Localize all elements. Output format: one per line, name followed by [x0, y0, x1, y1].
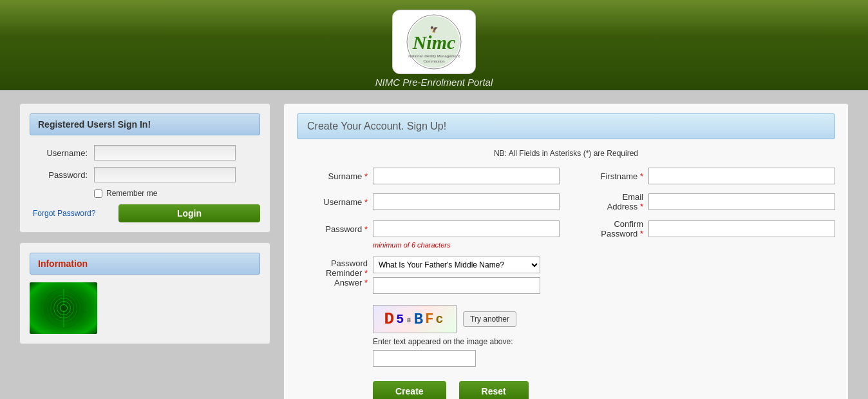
- surname-group: Surname *: [297, 168, 560, 184]
- confirm-password-input[interactable]: [648, 220, 835, 237]
- signin-header: Registered Users! Sign In!: [30, 113, 260, 135]
- captcha-char-5: 5: [396, 312, 406, 327]
- confirm-password-label: ConfirmPassword *: [572, 219, 643, 238]
- fingerprint-image: [30, 282, 97, 334]
- firstname-input[interactable]: [648, 168, 835, 184]
- buttons-row: Create Reset: [297, 381, 835, 399]
- signup-header: Create Your Account. Sign Up!: [297, 113, 835, 139]
- fingerprint-icon: [41, 286, 86, 331]
- remember-row: Remember me: [94, 189, 260, 198]
- header: 🦅 Nimc National Identity Management Comm…: [0, 0, 868, 90]
- username-row: Username:: [30, 145, 260, 161]
- signup-username-group: Username *: [297, 192, 560, 211]
- confirm-password-group: ConfirmPassword *: [572, 219, 835, 238]
- right-panel: Create Your Account. Sign Up! NB: All Fi…: [283, 103, 849, 399]
- svg-text:National Identity Management: National Identity Management: [408, 54, 460, 58]
- username-label: Username:: [30, 148, 88, 158]
- captcha-image: D 5 ₈ B F c: [373, 305, 457, 333]
- try-another-button[interactable]: Try another: [463, 311, 516, 327]
- captcha-char-d: D: [384, 309, 397, 329]
- create-button[interactable]: Create: [373, 381, 446, 399]
- email-input[interactable]: [648, 193, 835, 210]
- signup-username-input[interactable]: [373, 193, 560, 210]
- password-hint: minimum of 6 characters: [373, 241, 560, 249]
- reminder-answer-input[interactable]: [373, 277, 540, 294]
- captcha-char-b: B: [414, 311, 425, 328]
- captcha-input[interactable]: [373, 350, 476, 367]
- reminder-fields: What Is Your Father's Middle Name? What …: [373, 257, 540, 294]
- username-input[interactable]: [94, 145, 236, 161]
- firstname-group: Firstname *: [572, 168, 835, 184]
- reset-button[interactable]: Reset: [459, 381, 529, 399]
- firstname-label: Firstname *: [572, 171, 643, 181]
- reminder-label: PasswordReminder *Answer *: [297, 257, 368, 287]
- signin-title: Registered Users! Sign In!: [38, 119, 151, 130]
- signup-password-label: Password *: [297, 224, 368, 234]
- password-label: Password:: [30, 170, 88, 180]
- signup-form: Surname * Firstname * Username * EmailAd…: [297, 168, 835, 399]
- forgot-login-row: Forgot Password? Login: [30, 204, 260, 222]
- signup-password-group: Password *: [297, 219, 560, 238]
- info-header: Information: [30, 253, 260, 275]
- left-panel: Registered Users! Sign In! Username: Pas…: [19, 103, 270, 399]
- forgot-password-link[interactable]: Forgot Password?: [33, 209, 95, 218]
- email-label: EmailAddress *: [572, 192, 643, 211]
- logo-inner: 🦅 Nimc National Identity Management Comm…: [399, 14, 469, 70]
- portal-title: NIMC Pre-Enrolment Portal: [375, 77, 493, 88]
- logo-svg: 🦅 Nimc National Identity Management Comm…: [399, 14, 469, 70]
- required-note: NB: All Fields in Asterisks (*) are Requ…: [297, 149, 835, 158]
- email-group: EmailAddress *: [572, 192, 835, 211]
- reminder-group: PasswordReminder *Answer * What Is Your …: [297, 257, 835, 294]
- password-row: Password:: [30, 167, 260, 182]
- main-content: Registered Users! Sign In! Username: Pas…: [0, 90, 868, 399]
- signup-password-input[interactable]: [373, 220, 560, 237]
- signup-title: Create Your Account. Sign Up!: [307, 121, 446, 131]
- reminder-question-select[interactable]: What Is Your Father's Middle Name? What …: [373, 257, 540, 273]
- svg-text:Commission: Commission: [423, 59, 444, 63]
- captcha-label: Enter text appeared on the image above:: [373, 337, 835, 346]
- captcha-row: D 5 ₈ B F c Try another: [373, 305, 835, 333]
- captcha-char-8: ₈: [406, 313, 414, 326]
- captcha-char-f: F: [425, 311, 435, 327]
- info-box: Information: [19, 242, 270, 344]
- logo-box: 🦅 Nimc National Identity Management Comm…: [392, 10, 476, 74]
- captcha-section: D 5 ₈ B F c Try another Enter text appea…: [297, 305, 835, 367]
- remember-label: Remember me: [106, 189, 157, 198]
- password-input[interactable]: [94, 167, 236, 182]
- captcha-char-c: c: [435, 312, 445, 327]
- svg-text:Nimc: Nimc: [412, 32, 456, 53]
- surname-input[interactable]: [373, 168, 560, 184]
- login-button[interactable]: Login: [118, 204, 260, 222]
- svg-point-6: [60, 304, 67, 311]
- information-title: Information: [38, 258, 88, 269]
- surname-label: Surname *: [297, 171, 368, 181]
- remember-checkbox[interactable]: [94, 190, 102, 198]
- signin-box: Registered Users! Sign In! Username: Pas…: [19, 103, 270, 233]
- signup-username-label: Username *: [297, 197, 368, 207]
